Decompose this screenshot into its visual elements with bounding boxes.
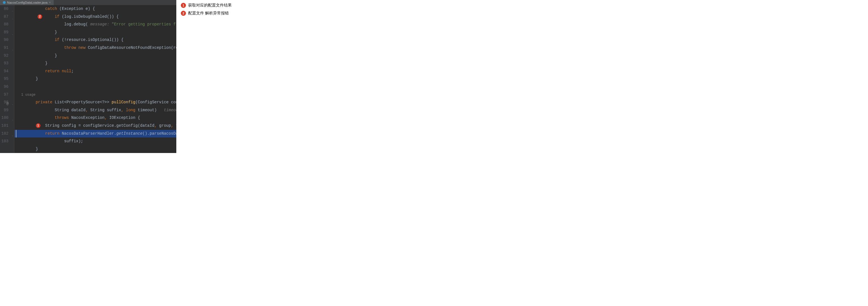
code-line[interactable]: }: [14, 60, 176, 67]
annotation-note: 1获取对应的配置文件结果: [181, 3, 430, 8]
code-line[interactable]: if (!resource.isOptional()) {: [14, 36, 176, 44]
code-line[interactable]: log.debug( message: "Error getting prope…: [14, 21, 176, 29]
line-number: 91: [0, 44, 8, 52]
editor-tab[interactable]: NacosConfigDataLoader.java ×: [0, 0, 54, 5]
line-number: 87: [0, 13, 8, 21]
annotation-marker[interactable]: 1: [36, 123, 40, 128]
line-number: 97: [0, 91, 8, 99]
line-number: 103: [0, 137, 8, 145]
line-number: 94: [0, 67, 8, 75]
code-line[interactable]: 1 usage: [14, 91, 176, 99]
line-number: 101: [0, 122, 8, 130]
code-line[interactable]: }: [14, 75, 176, 83]
line-number: 90: [0, 36, 8, 44]
fold-handle-icon[interactable]: –: [11, 15, 14, 24]
code-line[interactable]: String dataId, String suffix, long timeo…: [14, 106, 176, 114]
fold-handle-icon[interactable]: –: [11, 116, 14, 125]
annotation-text: 获取对应的配置文件结果: [188, 3, 232, 8]
java-class-icon: [3, 1, 6, 4]
fold-handle-icon[interactable]: –: [11, 101, 14, 109]
annotation-pane: 1获取对应的配置文件结果2配置文件 解析异常报错: [176, 0, 434, 153]
caret: [16, 130, 17, 138]
code-line[interactable]: private List<PropertySource<?>> pullConf…: [14, 99, 176, 106]
fold-handle-icon[interactable]: –: [11, 132, 14, 140]
code-line[interactable]: }: [14, 145, 176, 153]
fold-handle-icon[interactable]: –: [11, 46, 14, 55]
fold-column: –––––––@: [11, 5, 14, 153]
code-line[interactable]: throw new ConfigDataResourceNotFoundExce…: [14, 44, 176, 52]
annotation-note: 2配置文件 解析异常报错: [181, 11, 430, 16]
code-line[interactable]: [14, 83, 176, 91]
line-number: 88: [0, 21, 8, 29]
line-number: 102: [0, 130, 8, 138]
code-area[interactable]: catch (Exception e) { if (log.isDebugEna…: [14, 5, 176, 153]
code-line[interactable]: return null;: [14, 67, 176, 75]
line-number: 93: [0, 60, 8, 67]
line-number: 92: [0, 52, 8, 60]
code-line[interactable]: suffix);: [14, 137, 176, 145]
code-line[interactable]: }: [14, 52, 176, 60]
fold-handle-icon[interactable]: –: [11, 31, 14, 39]
override-gutter-icon[interactable]: @: [6, 100, 9, 108]
ide-pane: NacosConfigDataLoader.java × 86878889909…: [0, 0, 176, 153]
annotation-number-icon: 2: [181, 11, 186, 16]
line-number: 89: [0, 29, 8, 36]
line-number: 95: [0, 75, 8, 83]
line-number: 100: [0, 114, 8, 122]
annotation-number-icon: 1: [181, 3, 186, 8]
code-line[interactable]: }: [14, 29, 176, 36]
code-line[interactable]: return NacosDataParserHandler.getInstanc…: [14, 130, 176, 138]
editor[interactable]: 8687888990919293949596979899100101102103…: [0, 5, 176, 153]
close-icon[interactable]: ×: [49, 1, 51, 4]
annotation-text: 配置文件 解析异常报错: [188, 11, 229, 16]
tab-filename: NacosConfigDataLoader.java: [7, 1, 48, 4]
tab-bar: NacosConfigDataLoader.java ×: [0, 0, 176, 5]
line-number-gutter: 8687888990919293949596979899100101102103: [0, 5, 11, 153]
code-line[interactable]: throws NacosException, IOException {: [14, 114, 176, 122]
line-number: 86: [0, 5, 8, 13]
fold-handle-icon[interactable]: –: [11, 8, 14, 15]
code-line[interactable]: catch (Exception e) {: [14, 5, 176, 13]
line-number: 96: [0, 83, 8, 91]
annotation-marker[interactable]: 2: [38, 14, 42, 19]
